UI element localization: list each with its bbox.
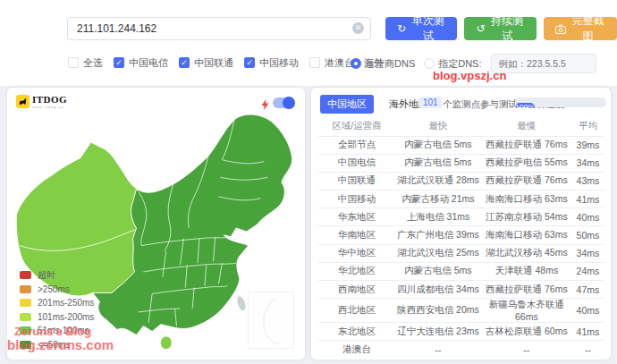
table-cell: 40ms [572, 299, 604, 323]
legend-label: >250ms [38, 284, 70, 294]
table-cell: 中国移动 [318, 190, 395, 208]
table-row[interactable]: 华北地区内蒙古电信 5ms天津联通 48ms24ms [318, 262, 604, 280]
table-cell: 华东地区 [318, 208, 395, 226]
table-cell: -- [481, 341, 572, 359]
single-test-button[interactable]: ↻ 单次测试 [385, 17, 457, 40]
tab-中国地区[interactable]: 中国地区 [320, 95, 374, 114]
full-screenshot-button[interactable]: 完整截图 [544, 17, 617, 40]
legend-label: 超时 [38, 269, 55, 282]
monitor-count-badge: 101 [419, 97, 442, 108]
checkbox-label: 全选 [83, 56, 103, 70]
clear-input-icon[interactable]: ✕ [352, 22, 364, 34]
table-row[interactable]: 港澳台------ [318, 341, 604, 359]
checkbox-全选[interactable]: 全选 [68, 56, 103, 70]
table-cell: 新疆乌鲁木齐联通 66ms [481, 299, 572, 323]
legend-item: >250ms [20, 283, 94, 297]
table-cell: 中国联通 [318, 172, 395, 190]
camera-icon [555, 24, 566, 34]
table-row[interactable]: 中国联通湖北武汉联通 28ms西藏拉萨联通 76ms43ms [318, 172, 604, 190]
legend-label: 201ms-250ms [38, 298, 94, 308]
target-input[interactable] [67, 17, 371, 40]
table-cell: 辽宁大连电信 23ms [395, 323, 481, 341]
radio-isp-dns[interactable]: 运营商DNS [351, 57, 415, 71]
legend-item: 101ms-200ms [20, 310, 94, 325]
checkbox-icon: ✓ [179, 57, 190, 68]
table-cell: 中国电信 [318, 154, 395, 172]
table-cell: 西藏拉萨联通 76ms [481, 172, 572, 190]
isp-filter-row: 全选✓中国电信✓中国联通✓中国移动港澳台、海外 [68, 55, 394, 71]
results-header: 中国地区海外地区 101 个监测点参与测试，当前进度： 100% [311, 88, 611, 116]
table-cell: 东北地区 [318, 323, 395, 341]
table-row[interactable]: 中国移动内蒙古移动 21ms海南海口移动 63ms41ms [318, 190, 604, 208]
table-cell: 内蒙古电信 5ms [395, 154, 481, 172]
column-header: 最快 [395, 117, 481, 136]
table-row[interactable]: 西南地区四川成都电信 34ms西藏拉萨联通 76ms47ms [318, 281, 604, 299]
table-cell: 内蒙古电信 5ms [395, 136, 481, 154]
table-cell: 湖北武汉联通 28ms [395, 172, 481, 190]
continuous-test-button[interactable]: ↺ 持续测试 [464, 17, 536, 40]
radio-isp-dns-label: 运营商DNS [365, 57, 415, 71]
table-cell: 吉林松原联通 60ms [481, 323, 572, 341]
table-cell: 西藏拉萨联通 76ms [481, 281, 572, 299]
legend-item: 超时 [20, 268, 94, 283]
refresh-icon: ↻ [397, 23, 406, 34]
checkbox-label: 中国电信 [129, 56, 168, 70]
table-row[interactable]: 全部节点内蒙古电信 5ms西藏拉萨联通 76ms39ms [318, 136, 604, 154]
table-cell: 全部节点 [318, 136, 395, 154]
column-header: 最慢 [481, 117, 572, 136]
table-cell: 43ms [572, 172, 604, 190]
search-row: ✕ ↻ 单次测试 ↺ 持续测试 完整截图 [67, 17, 617, 40]
south-sea-inset [248, 292, 294, 349]
legend-swatch [20, 285, 31, 293]
table-row[interactable]: 华东地区上海电信 31ms江苏南京移动 54ms40ms [318, 208, 604, 226]
table-cell: 江苏南京移动 54ms [481, 208, 572, 226]
continuous-test-label: 持续测试 [490, 13, 525, 44]
checkbox-label: 中国移动 [259, 56, 299, 70]
table-cell: 24ms [572, 262, 604, 280]
table-cell: 西藏拉萨联通 76ms [481, 136, 572, 154]
table-cell: 内蒙古移动 21ms [395, 190, 481, 208]
table-cell: 天津联通 48ms [481, 262, 572, 280]
table-cell: 34ms [572, 244, 604, 262]
latency-table: 区域/运营商最快最慢平均 全部节点内蒙古电信 5ms西藏拉萨联通 76ms39m… [318, 117, 604, 359]
target-input-wrap: ✕ [67, 17, 371, 40]
table-cell: 广东广州电信 39ms [395, 226, 481, 244]
table-row[interactable]: 华中地区湖北武汉电信 25ms湖北武汉移动 45ms34ms [318, 244, 604, 262]
table-row[interactable]: 华南地区广东广州电信 39ms海南海口移动 63ms50ms [318, 226, 604, 244]
checkbox-label: 中国联通 [194, 56, 233, 70]
checkbox-中国电信[interactable]: ✓中国电信 [114, 56, 168, 70]
radio-dot-icon [424, 58, 435, 69]
table-cell: -- [395, 341, 481, 359]
table-cell: 湖北武汉移动 45ms [481, 244, 572, 262]
table-cell: 海南海口移动 63ms [481, 226, 572, 244]
table-cell: 陕西西安电信 20ms [395, 299, 481, 323]
table-cell: 海南海口移动 63ms [481, 190, 572, 208]
checkbox-icon: ✓ [244, 57, 255, 68]
column-header: 区域/运营商 [318, 117, 395, 136]
results-panel: 中国地区海外地区 101 个监测点参与测试，当前进度： 100% 区域/运营商最… [311, 88, 611, 360]
table-row[interactable]: 中国电信内蒙古电信 5ms西藏拉萨电信 55ms34ms [318, 154, 604, 172]
table-cell: 39ms [572, 136, 604, 154]
checkbox-中国移动[interactable]: ✓中国移动 [244, 56, 299, 70]
progress-fill: 100% [515, 103, 535, 107]
table-cell: 50ms [572, 226, 604, 244]
table-cell: 华南地区 [318, 226, 395, 244]
table-cell: 41ms [572, 190, 604, 208]
vpszj-watermark: blog.vpszj.cn [433, 69, 506, 82]
topbar: ✕ ↻ 单次测试 ↺ 持续测试 完整截图 全选✓中国电信✓中国联通✓中国移动港澳… [0, 0, 617, 86]
logo-text: ITDOG [32, 95, 67, 105]
radio-dot-icon [351, 58, 361, 69]
legend-swatch [20, 271, 31, 279]
full-screenshot-label: 完整截图 [571, 13, 605, 44]
repeat-icon: ↺ [476, 23, 485, 34]
table-row[interactable]: 东北地区辽宁大连电信 23ms吉林松原联通 60ms41ms [318, 323, 604, 341]
checkbox-中国联通[interactable]: ✓中国联通 [179, 56, 233, 70]
zeruns-watermark-line2: blog.zeruns.com [7, 337, 114, 352]
checkbox-icon [309, 57, 320, 68]
table-row[interactable]: 西北地区陕西西安电信 20ms新疆乌鲁木齐联通 66ms40ms [318, 299, 604, 323]
table-cell: 41ms [572, 323, 604, 341]
legend-label: 101ms-200ms [38, 312, 94, 322]
table-cell: 西藏拉萨电信 55ms [481, 154, 572, 172]
table-cell: 华中地区 [318, 244, 395, 262]
checkbox-icon: ✓ [114, 57, 124, 68]
